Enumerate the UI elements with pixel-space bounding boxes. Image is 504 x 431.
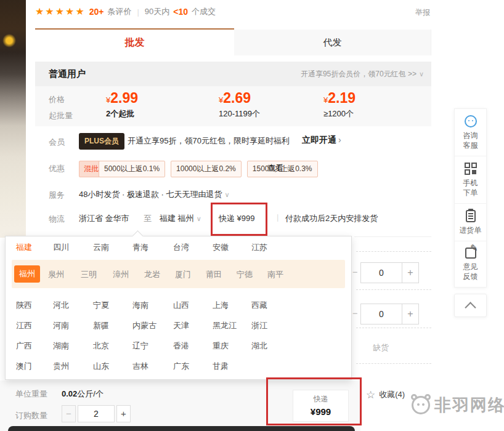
province-option[interactable]: 河南: [53, 320, 69, 331]
province-option[interactable]: 湖南: [53, 340, 69, 352]
sku-divider: [356, 251, 431, 252]
province-option[interactable]: 北京: [93, 340, 109, 352]
tier1-moq: 2个起批: [106, 108, 138, 119]
sidebar-label: 反馈: [463, 272, 478, 281]
province-option[interactable]: 云南: [93, 242, 109, 253]
tab-dropship[interactable]: 代发: [234, 30, 431, 55]
shipping-fee-text: 快递 ¥999: [219, 213, 255, 224]
province-option[interactable]: 黑龙江: [213, 320, 237, 331]
member-row: 会员 PLUS会员 开通立享95折，领70元红包，限时享延时福利 立即开通›: [35, 135, 431, 151]
province-option-active[interactable]: 福建: [16, 242, 32, 253]
city-option[interactable]: 三明: [81, 269, 97, 280]
report-link[interactable]: 举报: [415, 7, 430, 18]
city-option[interactable]: 宁德: [237, 269, 253, 280]
province-option[interactable]: 贵州: [53, 361, 69, 372]
member-promo-link[interactable]: 开通享95折会员价，领70元红包 >>∨: [301, 69, 424, 79]
province-option[interactable]: 江西: [16, 320, 32, 331]
review-count[interactable]: 20+: [89, 7, 104, 17]
sidebar-label: 手机: [463, 178, 478, 188]
province-option[interactable]: 四川: [53, 242, 69, 253]
city-option[interactable]: 厦门: [175, 269, 191, 280]
star-rating-icons[interactable]: ★★★★★: [35, 7, 86, 17]
price-tier-panel: 价格 起批量 ¥2.99 2个起批 ¥2.69 120-1199个 ¥2.19 …: [35, 86, 431, 126]
sku1-qty-input[interactable]: [360, 262, 402, 283]
province-option[interactable]: 辽宁: [132, 340, 148, 352]
qty-minus-button[interactable]: −: [62, 405, 76, 422]
province-option[interactable]: 天津: [173, 320, 189, 331]
plus-member-badge: PLUS会员: [79, 133, 124, 150]
city-option[interactable]: 南平: [267, 269, 283, 280]
sidebar-label: 下单: [463, 188, 478, 198]
province-option[interactable]: 台湾: [173, 242, 189, 253]
sidebar-label: 客服: [463, 140, 478, 150]
ship-origin: 浙江省 金华市: [79, 213, 129, 224]
chevron-down-icon: ∨: [225, 191, 230, 198]
tier3-price: 2.19: [328, 90, 356, 106]
sku1-plus-button[interactable]: +: [402, 262, 419, 283]
sku2-qty-input[interactable]: [360, 304, 402, 324]
qty-input[interactable]: [78, 405, 115, 422]
sidebar-item-purchase-list[interactable]: 进货单: [455, 204, 486, 241]
ship-destination-selector[interactable]: 福建 福州∨: [160, 213, 201, 224]
city-row-band: 福州 泉州 三明 漳州 龙岩 厦门 莆田 宁德 南平: [12, 260, 345, 288]
favorite-button[interactable]: ☆ 收藏(4): [366, 389, 405, 400]
dropdown-pointer: [132, 230, 143, 241]
arrow-right-icon: ›: [338, 135, 341, 145]
province-option[interactable]: 澳门: [16, 361, 32, 372]
province-option[interactable]: 江苏: [251, 242, 267, 253]
tier1-price: 2.99: [110, 90, 138, 106]
province-option[interactable]: 浙江: [251, 320, 267, 331]
product-detail-page: ★★★★★ 20+ 条评价 | 90天内 <10 个成交 举报 批发 代发 普通…: [0, 0, 504, 431]
sidebar-item-feedback[interactable]: ✎ 意见 反馈: [455, 241, 486, 287]
province-option[interactable]: 青海: [132, 242, 148, 253]
watermark-text: 非羽网络: [434, 394, 504, 416]
sidebar-label: 意见: [463, 262, 478, 272]
province-option[interactable]: 西藏: [251, 300, 267, 311]
province-option[interactable]: 吉林: [132, 361, 148, 372]
dispatch-note: 付款成功后2天内安排发货: [285, 213, 378, 224]
open-membership-button[interactable]: 立即开通›: [302, 135, 341, 146]
province-option[interactable]: 陕西: [16, 300, 32, 311]
sidebar-item-customer-service[interactable]: 咨询 客服: [455, 109, 486, 156]
moq-label: 起批量: [49, 110, 73, 121]
sidebar-item-mobile-order[interactable]: 手机 下单: [455, 156, 486, 204]
city-option[interactable]: 漳州: [113, 269, 129, 280]
service-row-label: 服务: [49, 190, 65, 201]
province-option[interactable]: 河北: [53, 300, 69, 311]
city-option[interactable]: 莆田: [206, 269, 222, 280]
province-option[interactable]: 内蒙古: [132, 320, 156, 331]
city-option[interactable]: 龙岩: [144, 269, 160, 280]
province-option[interactable]: 广东: [173, 361, 189, 372]
province-option[interactable]: 宁夏: [93, 300, 109, 311]
deal-count: <10: [173, 7, 188, 17]
city-option-selected[interactable]: 福州: [14, 265, 40, 283]
province-option[interactable]: 广西: [16, 340, 32, 352]
review-label[interactable]: 条评价: [107, 6, 131, 17]
logistics-row-label: 物流: [49, 214, 65, 225]
out-of-stock-label: 缺货: [373, 342, 389, 353]
price-tier-2: ¥2.69 120-1199个: [219, 90, 260, 119]
province-option[interactable]: 香港: [173, 340, 189, 352]
province-option[interactable]: 新疆: [93, 320, 109, 331]
province-option[interactable]: 海南: [132, 300, 148, 311]
divider: |: [277, 212, 278, 222]
back-to-top-button[interactable]: [454, 294, 487, 317]
service-terms[interactable]: 48小时发货 · 极速退款 · 七天无理由退货∨: [79, 189, 230, 200]
sku1-minus-button[interactable]: −: [352, 267, 357, 277]
province-option[interactable]: 安徽: [213, 242, 229, 253]
province-option[interactable]: 山西: [173, 300, 189, 311]
view-promos-button[interactable]: 查看∨: [267, 163, 291, 174]
city-option[interactable]: 泉州: [48, 269, 64, 280]
chevron-up-icon: [465, 302, 476, 313]
sku2-minus-button[interactable]: −: [352, 308, 357, 318]
chevron-down-icon: ∨: [286, 164, 291, 172]
province-option[interactable]: 重庆: [213, 340, 229, 352]
sku2-plus-button[interactable]: +: [402, 304, 419, 324]
promo-row-label: 优惠: [49, 163, 65, 174]
province-option[interactable]: 上海: [213, 300, 229, 311]
province-option[interactable]: 湖北: [251, 340, 267, 352]
province-option[interactable]: 甘肃: [213, 361, 229, 372]
province-option[interactable]: 山东: [93, 361, 109, 372]
qty-plus-button[interactable]: +: [116, 405, 131, 422]
tab-wholesale[interactable]: 批发: [35, 28, 234, 55]
